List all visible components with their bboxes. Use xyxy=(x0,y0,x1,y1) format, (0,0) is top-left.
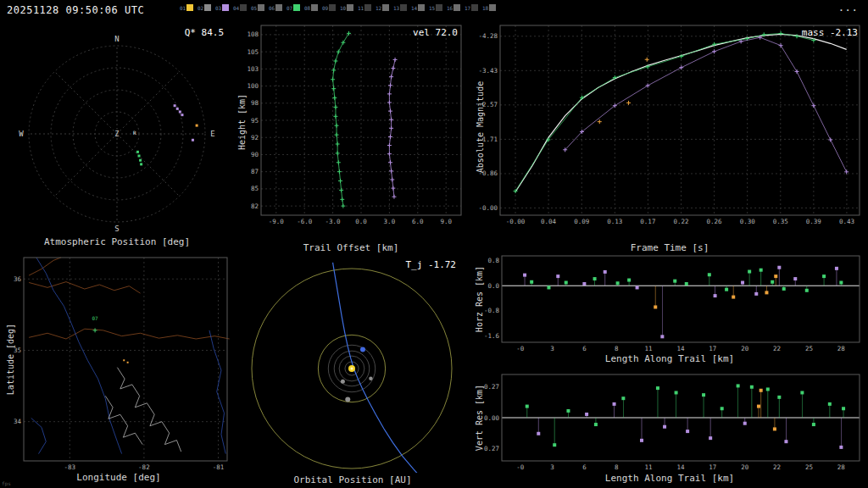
atmospheric-position-caption: Atmospheric Position [deg] xyxy=(3,236,231,247)
svg-text:14: 14 xyxy=(676,463,685,471)
svg-text:87: 87 xyxy=(251,168,259,175)
tisserand-stat: T_j -1.72 xyxy=(405,259,456,270)
svg-text:-6.0: -6.0 xyxy=(297,218,313,225)
svg-text:S: S xyxy=(114,225,119,232)
atmospheric-position-plot: NSEWZR xyxy=(3,20,231,232)
svg-text:-1.71: -1.71 xyxy=(478,136,498,143)
svg-text:82: 82 xyxy=(251,202,259,210)
station-id: 03 xyxy=(215,5,221,11)
svg-text:108: 108 xyxy=(247,30,259,38)
station-list: 010203040506070809101112131415161718 xyxy=(180,4,500,11)
overflow-menu[interactable]: ... xyxy=(838,1,858,14)
svg-text:14: 14 xyxy=(676,345,685,352)
svg-text:6: 6 xyxy=(582,345,587,352)
atmospheric-position-panel: Q* 84.5 NSEWZR Atmospheric Position [deg… xyxy=(3,20,231,254)
station-chip[interactable]: 10 xyxy=(340,4,358,11)
svg-text:N: N xyxy=(114,35,119,43)
svg-text:-3.43: -3.43 xyxy=(478,67,498,75)
svg-text:-81: -81 xyxy=(213,463,225,471)
station-chip[interactable]: 11 xyxy=(358,4,376,11)
svg-text:0.30: 0.30 xyxy=(740,218,756,225)
station-chip[interactable]: 07 xyxy=(287,4,304,11)
svg-text:07: 07 xyxy=(92,315,98,321)
orbital-position-panel: T_j -1.72 Orbital Position [AU] xyxy=(237,254,468,488)
svg-text:0.27: 0.27 xyxy=(484,383,499,391)
svg-text:20: 20 xyxy=(741,463,749,471)
svg-text:0.26: 0.26 xyxy=(707,218,723,225)
residuals-panel: Horz Res [km] -0368111417202225280.80.0-… xyxy=(471,251,868,488)
station-id: 16 xyxy=(447,5,453,11)
station-id: 13 xyxy=(393,5,399,11)
station-color-box xyxy=(240,4,247,11)
svg-text:0.39: 0.39 xyxy=(806,218,821,225)
station-chip[interactable]: 15 xyxy=(429,4,447,11)
station-chip[interactable]: 12 xyxy=(376,4,393,11)
svg-text:103: 103 xyxy=(247,65,259,73)
svg-text:3: 3 xyxy=(550,345,554,352)
station-chip[interactable]: 14 xyxy=(411,4,429,11)
station-color-box xyxy=(436,4,442,11)
svg-text:28: 28 xyxy=(837,345,846,352)
svg-text:-0.8: -0.8 xyxy=(484,307,500,314)
station-chip[interactable]: 16 xyxy=(447,4,465,11)
station-color-box xyxy=(453,4,460,11)
station-color-box xyxy=(186,4,193,11)
svg-text:Z: Z xyxy=(115,130,120,138)
svg-text:28: 28 xyxy=(837,463,846,471)
station-chip[interactable]: 18 xyxy=(482,4,500,11)
svg-text:22: 22 xyxy=(773,345,781,352)
station-color-box xyxy=(222,4,229,11)
station-color-box xyxy=(400,4,407,11)
svg-text:-2.57: -2.57 xyxy=(478,101,498,108)
svg-text:0.0: 0.0 xyxy=(487,282,499,290)
svg-text:92: 92 xyxy=(251,134,259,141)
svg-text:25: 25 xyxy=(805,463,813,471)
station-color-box xyxy=(275,4,282,11)
svg-text:-0: -0 xyxy=(516,463,525,471)
station-chip[interactable]: 01 xyxy=(180,4,198,11)
svg-text:90: 90 xyxy=(251,151,259,158)
status-bar: 20251128 09:50:06 UTC 010203040506070809… xyxy=(0,0,868,20)
station-chip[interactable]: 17 xyxy=(465,4,482,11)
station-chip[interactable]: 03 xyxy=(215,4,233,11)
svg-text:0.04: 0.04 xyxy=(541,218,557,225)
station-color-box xyxy=(471,4,478,11)
station-id: 14 xyxy=(411,5,417,11)
station-color-box xyxy=(329,4,336,11)
svg-text:8: 8 xyxy=(615,463,619,471)
svg-text:-3.0: -3.0 xyxy=(326,218,342,225)
ground-track-panel: Latitude [deg] 07-83-82-81363534 Longitu… xyxy=(3,254,234,488)
station-chip[interactable]: 13 xyxy=(393,4,411,11)
station-chip[interactable]: 05 xyxy=(251,4,269,11)
svg-text:35: 35 xyxy=(14,347,21,354)
svg-text:11: 11 xyxy=(645,463,653,471)
station-id: 17 xyxy=(465,5,470,11)
station-chip[interactable]: 04 xyxy=(233,4,251,11)
orbital-position-caption: Orbital Position [AU] xyxy=(237,474,468,485)
station-id: 11 xyxy=(358,5,364,11)
svg-text:0.17: 0.17 xyxy=(640,218,655,225)
station-chip[interactable]: 02 xyxy=(198,4,215,11)
station-color-box xyxy=(204,4,211,11)
svg-text:95: 95 xyxy=(251,117,259,125)
station-chip[interactable]: 06 xyxy=(269,4,287,11)
station-color-box xyxy=(258,4,264,11)
svg-text:100: 100 xyxy=(247,82,259,90)
svg-text:0.13: 0.13 xyxy=(607,218,622,225)
longitude-caption: Longitude [deg] xyxy=(3,472,234,483)
svg-text:11: 11 xyxy=(645,345,653,352)
svg-text:0.8: 0.8 xyxy=(487,257,499,264)
svg-text:-83: -83 xyxy=(64,463,76,471)
horz-length-caption: Length Along Trail [km] xyxy=(471,353,868,364)
station-id: 18 xyxy=(482,5,488,11)
svg-text:3.0: 3.0 xyxy=(384,218,396,225)
height-profile-plot: -9.0-6.0-3.00.03.06.09.01081051031009895… xyxy=(234,20,468,237)
svg-text:-0.86: -0.86 xyxy=(478,169,498,177)
station-color-box xyxy=(382,4,389,11)
svg-text:-82: -82 xyxy=(138,463,150,471)
station-chip[interactable]: 08 xyxy=(304,4,322,11)
svg-text:W: W xyxy=(19,130,24,138)
svg-text:6.0: 6.0 xyxy=(412,218,424,225)
svg-text:98: 98 xyxy=(251,99,259,107)
station-chip[interactable]: 09 xyxy=(322,4,340,11)
